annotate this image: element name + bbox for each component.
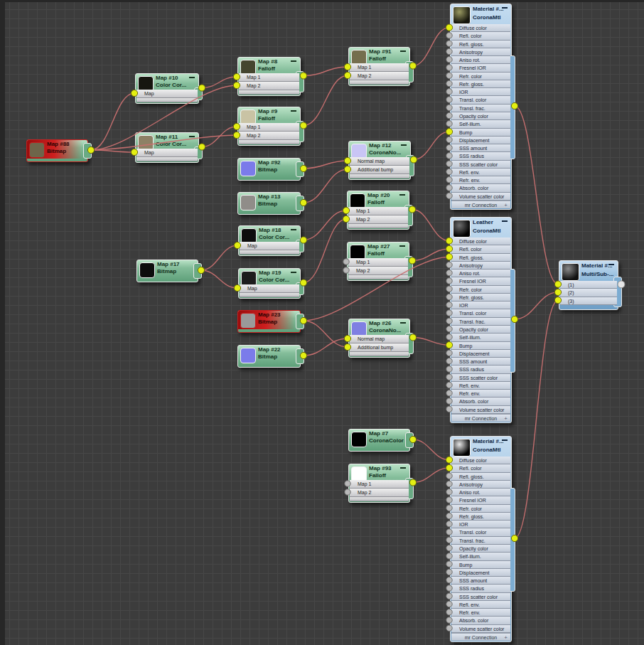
node-map12[interactable]: Map #12CoronaNo...Normal mapAdditional b… bbox=[348, 141, 411, 180]
slot-opacity-color[interactable]: Opacity color bbox=[451, 112, 510, 120]
slot-sss-amount[interactable]: SSS amount bbox=[451, 358, 510, 366]
slot-refl-env[interactable]: Refl. env. bbox=[451, 169, 510, 176]
slot-refr-color[interactable]: Refr. color bbox=[451, 286, 510, 294]
node-leather[interactable]: LeatherCoronaMtlDiffuse colorRefl. color… bbox=[450, 217, 512, 423]
slot-sss-scatter-color[interactable]: SSS scatter color bbox=[451, 593, 510, 601]
slot-opacity-color[interactable]: Opacity color bbox=[451, 326, 510, 334]
slot-map-2[interactable]: Map 2 bbox=[350, 72, 409, 80]
slot-map-2[interactable]: Map 2 bbox=[350, 489, 409, 497]
slot-1[interactable]: (1) bbox=[560, 281, 617, 289]
collapse-icon[interactable] bbox=[400, 467, 406, 471]
collapse-icon[interactable] bbox=[502, 439, 508, 443]
node-map27[interactable]: Map #27FalloffMap 1Map 2 bbox=[347, 242, 409, 281]
collapse-icon[interactable] bbox=[291, 110, 296, 114]
slot-transl-color[interactable]: Transl. color bbox=[451, 528, 510, 536]
node-thumbnail[interactable] bbox=[240, 348, 256, 363]
slot-ior[interactable]: IOR bbox=[451, 88, 510, 96]
slot-map-1[interactable]: Map 1 bbox=[348, 207, 408, 215]
slot-volume-scatter-color[interactable]: Volume scatter color bbox=[451, 406, 510, 414]
collapse-icon[interactable] bbox=[291, 229, 296, 233]
node-thumbnail[interactable] bbox=[139, 262, 155, 278]
slot-absorb-color[interactable]: Absorb. color bbox=[451, 184, 510, 192]
node-map92[interactable]: Map #92Bitmap bbox=[237, 158, 301, 181]
slot-bump[interactable]: Bump bbox=[451, 342, 510, 350]
slot-refl-env[interactable]: Refl. env. bbox=[451, 382, 510, 390]
slot-absorb-color[interactable]: Absorb. color bbox=[451, 617, 510, 624]
slot-diffuse-color[interactable]: Diffuse color bbox=[451, 457, 510, 464]
slot-refl-gloss[interactable]: Refl. gloss. bbox=[451, 41, 510, 48]
node-map7[interactable]: Map #7CoronaColor bbox=[348, 429, 410, 452]
slot-diffuse-color[interactable]: Diffuse color bbox=[451, 24, 510, 32]
slot-bump[interactable]: Bump bbox=[451, 561, 510, 569]
node-map9[interactable]: Map #9FalloffMap 1Map 2 bbox=[237, 107, 301, 146]
slot-anisotropy[interactable]: Anisotropy bbox=[451, 48, 510, 56]
collapse-icon[interactable] bbox=[399, 194, 405, 198]
slot-normal-map[interactable]: Normal map bbox=[350, 335, 409, 343]
slot-diffuse-color[interactable]: Diffuse color bbox=[451, 238, 510, 245]
slot-additional-bump[interactable]: Additional bump bbox=[350, 166, 409, 174]
collapse-icon[interactable] bbox=[502, 7, 508, 11]
slot-refl-gloss[interactable]: Refl. gloss. bbox=[451, 473, 510, 481]
slot-map[interactable]: Map bbox=[136, 90, 198, 98]
node-thumbnail[interactable] bbox=[453, 439, 471, 457]
slot-map-1[interactable]: Map 1 bbox=[239, 123, 299, 132]
slot-volume-scatter-color[interactable]: Volume scatter color bbox=[451, 625, 510, 633]
collapse-icon[interactable] bbox=[291, 272, 296, 275]
collapse-icon[interactable] bbox=[608, 264, 614, 267]
slot-refr-env[interactable]: Refr. env. bbox=[451, 609, 510, 617]
expand-icon[interactable]: + bbox=[504, 634, 508, 641]
slot-anisotropy[interactable]: Anisotropy bbox=[451, 262, 510, 270]
node-multisub[interactable]: Material #...Multi/Sub-...(1)(2)(3) bbox=[559, 260, 618, 310]
node-map8[interactable]: Map #8FalloffMap 1Map 2 bbox=[237, 57, 301, 96]
slot-displacement[interactable]: Displacement bbox=[451, 350, 510, 358]
slot-refr-color[interactable]: Refr. color bbox=[451, 73, 510, 80]
footer-mr-connection[interactable]: mr Connection+ bbox=[451, 633, 510, 641]
footer-mr-connection[interactable]: mr Connection+ bbox=[451, 201, 510, 208]
slot-refl-color[interactable]: Refl. color bbox=[451, 245, 510, 253]
collapse-icon[interactable] bbox=[189, 136, 195, 139]
node-map91[interactable]: Map #91FalloffMap 1Map 2 bbox=[348, 47, 410, 86]
slot-refl-color[interactable]: Refl. color bbox=[451, 464, 510, 472]
collapse-icon[interactable] bbox=[291, 60, 296, 64]
collapse-icon[interactable] bbox=[401, 144, 407, 148]
slot-fresnel-ior[interactable]: Fresnel IOR bbox=[451, 496, 510, 504]
node-thumbnail[interactable] bbox=[240, 161, 256, 176]
node-map88[interactable]: Map #88Bitmap bbox=[26, 139, 88, 162]
slot-sss-amount[interactable]: SSS amount bbox=[451, 577, 510, 585]
node-map11[interactable]: Map #11Color Cor...Map bbox=[135, 132, 199, 163]
expand-icon[interactable]: + bbox=[504, 415, 508, 422]
slot-aniso-rot[interactable]: Aniso rot. bbox=[451, 489, 510, 496]
slot-map-2[interactable]: Map 2 bbox=[348, 215, 408, 224]
output-tab[interactable] bbox=[193, 263, 202, 279]
output-tab[interactable] bbox=[405, 432, 414, 448]
slot-map-1[interactable]: Map 1 bbox=[350, 63, 409, 72]
slot-map-1[interactable]: Map 1 bbox=[348, 258, 408, 267]
slot-sss-radius[interactable]: SSS radius bbox=[451, 152, 510, 160]
slot-refr-gloss[interactable]: Refr. gloss. bbox=[451, 513, 510, 521]
slot-transl-frac[interactable]: Transl. frac. bbox=[451, 318, 510, 326]
slot-refl-gloss[interactable]: Refl. gloss. bbox=[451, 254, 510, 262]
node-thumbnail[interactable] bbox=[240, 313, 256, 329]
slot-refr-env[interactable]: Refr. env. bbox=[451, 390, 510, 398]
slot-transl-color[interactable]: Transl. color bbox=[451, 309, 510, 317]
expand-icon[interactable]: + bbox=[504, 201, 508, 209]
collapse-icon[interactable] bbox=[400, 50, 406, 54]
node-map13[interactable]: Map #13Bitmap bbox=[237, 192, 301, 215]
slot-refr-gloss[interactable]: Refr. gloss. bbox=[451, 80, 510, 88]
slot-bump[interactable]: Bump bbox=[451, 129, 510, 137]
slot-2[interactable]: (2) bbox=[560, 289, 617, 297]
output-tab[interactable] bbox=[296, 348, 304, 364]
node-map26[interactable]: Map #26CoronaNo...Normal mapAdditional b… bbox=[348, 319, 410, 358]
slot-displacement[interactable]: Displacement bbox=[451, 137, 510, 144]
slot-opacity-color[interactable]: Opacity color bbox=[451, 545, 510, 553]
slot-refr-gloss[interactable]: Refr. gloss. bbox=[451, 294, 510, 302]
slot-sss-radius[interactable]: SSS radius bbox=[451, 366, 510, 373]
slot-transl-frac[interactable]: Transl. frac. bbox=[451, 537, 510, 545]
node-thumbnail[interactable] bbox=[453, 6, 471, 24]
slot-transl-color[interactable]: Transl. color bbox=[451, 96, 510, 104]
node-mat3[interactable]: Material #...CoronaMtlDiffuse colorRefl.… bbox=[450, 436, 512, 642]
node-map23[interactable]: Map #23Bitmap bbox=[237, 310, 301, 333]
slot-ior[interactable]: IOR bbox=[451, 521, 510, 528]
collapse-icon[interactable] bbox=[399, 245, 405, 249]
slot-self-illum[interactable]: Self-illum. bbox=[451, 120, 510, 128]
